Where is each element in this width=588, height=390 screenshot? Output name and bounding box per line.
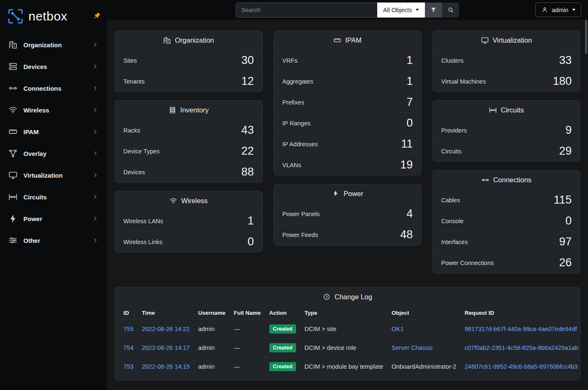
stat-label: IP Addresses [282,141,318,148]
stat-value: 19 [400,159,413,171]
request-id-link[interactable]: 9817317d-b67f-440a-99ca-4ae07ede94df [465,326,577,332]
stat-row-wireless-links[interactable]: Wireless Links 0 [115,231,262,252]
stat-row-console[interactable]: Console 0 [433,210,580,231]
stat-row-ip-ranges[interactable]: IP Ranges 0 [274,112,421,133]
sidebar-item-virtualization[interactable]: Virtualization [3,165,104,186]
card-circuits: Circuits Providers 9 Circuits 29 [432,100,580,162]
change-log-table-wrap: ID Time Username Full Name Action Type O… [115,306,580,380]
stat-row-cables[interactable]: Cables 115 [433,189,580,210]
stat-row-virtual-machines[interactable]: Virtual Machines 180 [433,71,580,92]
stat-value: 33 [559,55,572,66]
stat-label: Device Types [123,148,160,155]
chevron-down-icon [572,9,575,11]
stat-label: Power Feeds [282,232,318,238]
stat-row-vrfs[interactable]: VRFs 1 [274,50,421,71]
stat-row-circuits[interactable]: Circuits 29 [433,140,580,161]
netbox-logo[interactable]: netbox [0,0,107,33]
change-time-link[interactable]: 2022-08-26 14:15 [142,363,190,370]
netbox-logo-icon [7,8,24,25]
sidebar-item-overlay[interactable]: Overlay [3,143,104,164]
stat-label: Providers [441,127,467,134]
lightning-icon [332,190,340,198]
request-id-link[interactable]: c07f0ab2-2351-4c58-825a-8b6a2425a1ab [465,344,578,351]
sidebar-pin-icon[interactable] [93,12,101,20]
sidebar-item-circuits[interactable]: Circuits [3,186,104,207]
table-row: 753 2022-08-26 14:15 admin — Created DCI… [119,357,580,376]
transit-connection-icon [8,192,18,201]
change-object-link[interactable]: Server Chassis [391,344,432,351]
sidebar-item-label: Power [23,215,42,222]
card-virtualization: Virtualization Clusters 33 Virtual Machi… [432,31,580,92]
card-title: Power [344,190,363,198]
sidebar-item-devices[interactable]: Devices [3,56,104,77]
stat-label: Power Panels [282,211,320,217]
card-wireless: Wireless Wireless LANs 1 Wireless Links … [115,191,263,252]
search-input[interactable] [236,3,377,18]
stat-row-sites[interactable]: Sites 30 [115,50,262,71]
stat-row-power-panels[interactable]: Power Panels 4 [274,203,421,224]
card-change-log: Change Log ID Time Username Full Name Ac… [115,287,580,380]
change-username: admin [198,344,215,351]
change-object: OnboardAdministrator-2 [391,363,456,370]
action-badge: Created [269,343,297,352]
stat-row-clusters[interactable]: Clusters 33 [433,50,580,71]
counter-icon [333,36,341,44]
request-id-link[interactable]: 24807c61-9952-49c6-b8a5-69760bfcc4b3 [465,363,578,370]
change-object-link[interactable]: OK1 [391,326,404,332]
change-time-link[interactable]: 2022-08-26 14:17 [142,344,190,351]
change-id-link[interactable]: 755 [123,326,133,332]
stat-value: 1 [406,76,413,87]
stat-label: Console [441,218,463,224]
stat-row-power-connections[interactable]: Power Connections 26 [433,252,580,273]
change-id-link[interactable]: 753 [123,363,133,370]
change-log-table: ID Time Username Full Name Action Type O… [119,306,580,376]
stat-label: Circuits [441,148,461,155]
server-icon [8,62,18,71]
search-icon [447,6,454,13]
object-type-label: All Objects [383,7,412,13]
sidebar-item-ipam[interactable]: IPAM [3,121,104,142]
stat-row-device-types[interactable]: Device Types 22 [115,140,262,161]
sidebar-item-connections[interactable]: Connections [3,78,104,99]
sidebar-item-label: Connections [23,85,61,92]
stat-row-power-feeds[interactable]: Power Feeds 48 [274,224,421,245]
table-header-row: ID Time Username Full Name Action Type O… [119,306,580,320]
stat-row-tenants[interactable]: Tenants 12 [115,71,262,92]
stat-row-prefixes[interactable]: Prefixes 7 [274,92,421,112]
stat-row-ip-addresses[interactable]: IP Addresses 11 [274,133,421,154]
stat-row-interfaces[interactable]: Interfaces 97 [433,231,580,252]
user-menu-button[interactable]: admin [535,3,582,17]
stat-label: Power Connections [441,260,494,266]
stat-row-providers[interactable]: Providers 9 [433,120,580,140]
global-search: All Objects [236,3,459,18]
change-time-link[interactable]: 2022-08-26 14:22 [142,326,190,332]
filter-button[interactable] [425,3,442,18]
change-id-link[interactable]: 754 [123,344,133,351]
sidebar-item-other[interactable]: Other [3,230,104,251]
column-header-request-id: Request ID [460,306,580,320]
history-icon [323,293,331,301]
chevron-right-icon [92,237,99,244]
stat-row-devices[interactable]: Devices 88 [115,161,262,182]
stat-value: 0 [248,236,254,247]
search-button[interactable] [442,3,459,18]
sidebar-item-wireless[interactable]: Wireless [3,99,104,120]
chevron-right-icon [92,63,99,70]
column-header-id: ID [119,306,138,320]
chevron-right-icon [92,85,99,92]
stat-label: VRFs [282,57,297,64]
change-type: DCIM > module bay template [304,363,383,370]
building-icon [8,40,18,49]
stat-row-vlans[interactable]: VLANs 19 [274,154,421,175]
sidebar-item-label: Organization [23,41,62,48]
object-type-dropdown[interactable]: All Objects [377,3,425,18]
chevron-right-icon [92,41,99,48]
sidebar-item-power[interactable]: Power [3,208,104,229]
sidebar-nav: Organization Devices Connections Wireles… [0,33,107,252]
stat-row-wireless-lans[interactable]: Wireless LANs 1 [115,210,262,231]
stat-row-aggregates[interactable]: Aggregates 1 [274,71,421,92]
stat-row-racks[interactable]: Racks 43 [115,120,262,140]
card-wireless-header: Wireless [115,191,262,210]
sidebar-item-organization[interactable]: Organization [3,34,104,55]
vertical-scrollbar[interactable] [585,20,587,54]
